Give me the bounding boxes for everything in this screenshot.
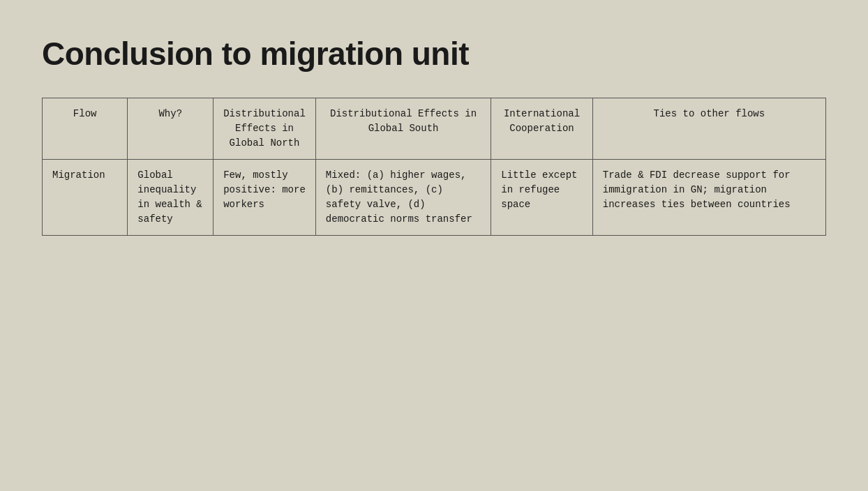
header-flow: Flow [43,98,128,160]
table-row: Migration Global inequality in wealth & … [43,160,826,236]
table-body: Migration Global inequality in wealth & … [43,160,826,236]
table-header: Flow Why? Distributional Effects in Glob… [43,98,826,160]
cell-dist-south: Mixed: (a) higher wages, (b) remittances… [315,160,491,236]
main-table: Flow Why? Distributional Effects in Glob… [42,98,826,236]
cell-ties: Trade & FDI decrease support for immigra… [592,160,825,236]
cell-why: Global inequality in wealth & safety [128,160,214,236]
page-container: Conclusion to migration unit Flow Why? D… [0,0,868,491]
header-intl-coop: International Cooperation [491,98,593,160]
header-dist-north: Distributional Effects in Global North [214,98,316,160]
cell-dist-north: Few, mostly positive: more workers [214,160,316,236]
header-dist-south: Distributional Effects in Global South [315,98,491,160]
cell-intl-coop: Little except in refugee space [491,160,593,236]
header-why: Why? [128,98,214,160]
page-title: Conclusion to migration unit [42,35,826,73]
cell-flow: Migration [43,160,128,236]
header-ties: Ties to other flows [592,98,825,160]
header-row: Flow Why? Distributional Effects in Glob… [43,98,826,160]
